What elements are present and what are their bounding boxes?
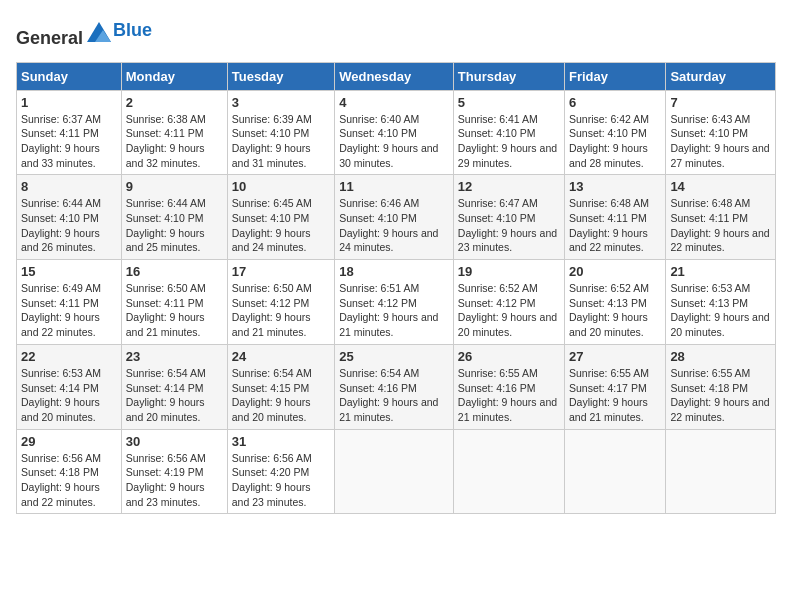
- calendar-cell: 27Sunrise: 6:55 AM Sunset: 4:17 PM Dayli…: [565, 344, 666, 429]
- calendar-cell: 14Sunrise: 6:48 AM Sunset: 4:11 PM Dayli…: [666, 175, 776, 260]
- calendar-cell: 12Sunrise: 6:47 AM Sunset: 4:10 PM Dayli…: [453, 175, 564, 260]
- logo-general: General: [16, 28, 83, 48]
- day-number: 13: [569, 179, 661, 194]
- day-info: Sunrise: 6:42 AM Sunset: 4:10 PM Dayligh…: [569, 112, 661, 171]
- calendar-cell: [453, 429, 564, 514]
- calendar-week-5: 29Sunrise: 6:56 AM Sunset: 4:18 PM Dayli…: [17, 429, 776, 514]
- day-info: Sunrise: 6:49 AM Sunset: 4:11 PM Dayligh…: [21, 281, 117, 340]
- day-number: 18: [339, 264, 449, 279]
- day-info: Sunrise: 6:41 AM Sunset: 4:10 PM Dayligh…: [458, 112, 560, 171]
- day-number: 1: [21, 95, 117, 110]
- logo-blue: Blue: [113, 20, 152, 40]
- calendar-cell: [335, 429, 454, 514]
- day-number: 2: [126, 95, 223, 110]
- calendar-cell: 19Sunrise: 6:52 AM Sunset: 4:12 PM Dayli…: [453, 260, 564, 345]
- calendar-cell: 7Sunrise: 6:43 AM Sunset: 4:10 PM Daylig…: [666, 90, 776, 175]
- calendar-week-3: 15Sunrise: 6:49 AM Sunset: 4:11 PM Dayli…: [17, 260, 776, 345]
- calendar-cell: 16Sunrise: 6:50 AM Sunset: 4:11 PM Dayli…: [121, 260, 227, 345]
- day-number: 24: [232, 349, 330, 364]
- day-info: Sunrise: 6:44 AM Sunset: 4:10 PM Dayligh…: [126, 196, 223, 255]
- calendar-week-4: 22Sunrise: 6:53 AM Sunset: 4:14 PM Dayli…: [17, 344, 776, 429]
- calendar-cell: 24Sunrise: 6:54 AM Sunset: 4:15 PM Dayli…: [227, 344, 334, 429]
- calendar-cell: 30Sunrise: 6:56 AM Sunset: 4:19 PM Dayli…: [121, 429, 227, 514]
- calendar-cell: [666, 429, 776, 514]
- calendar-cell: 15Sunrise: 6:49 AM Sunset: 4:11 PM Dayli…: [17, 260, 122, 345]
- weekday-header-friday: Friday: [565, 62, 666, 90]
- day-number: 23: [126, 349, 223, 364]
- day-number: 3: [232, 95, 330, 110]
- calendar-cell: 20Sunrise: 6:52 AM Sunset: 4:13 PM Dayli…: [565, 260, 666, 345]
- day-info: Sunrise: 6:47 AM Sunset: 4:10 PM Dayligh…: [458, 196, 560, 255]
- day-info: Sunrise: 6:45 AM Sunset: 4:10 PM Dayligh…: [232, 196, 330, 255]
- weekday-header-sunday: Sunday: [17, 62, 122, 90]
- day-number: 22: [21, 349, 117, 364]
- day-info: Sunrise: 6:40 AM Sunset: 4:10 PM Dayligh…: [339, 112, 449, 171]
- weekday-header-tuesday: Tuesday: [227, 62, 334, 90]
- calendar-week-2: 8Sunrise: 6:44 AM Sunset: 4:10 PM Daylig…: [17, 175, 776, 260]
- day-info: Sunrise: 6:55 AM Sunset: 4:18 PM Dayligh…: [670, 366, 771, 425]
- day-info: Sunrise: 6:51 AM Sunset: 4:12 PM Dayligh…: [339, 281, 449, 340]
- calendar-cell: 23Sunrise: 6:54 AM Sunset: 4:14 PM Dayli…: [121, 344, 227, 429]
- day-info: Sunrise: 6:48 AM Sunset: 4:11 PM Dayligh…: [569, 196, 661, 255]
- day-number: 10: [232, 179, 330, 194]
- day-number: 26: [458, 349, 560, 364]
- day-info: Sunrise: 6:53 AM Sunset: 4:13 PM Dayligh…: [670, 281, 771, 340]
- calendar-cell: 9Sunrise: 6:44 AM Sunset: 4:10 PM Daylig…: [121, 175, 227, 260]
- day-info: Sunrise: 6:54 AM Sunset: 4:15 PM Dayligh…: [232, 366, 330, 425]
- day-number: 20: [569, 264, 661, 279]
- calendar-cell: 21Sunrise: 6:53 AM Sunset: 4:13 PM Dayli…: [666, 260, 776, 345]
- day-number: 4: [339, 95, 449, 110]
- calendar-cell: 18Sunrise: 6:51 AM Sunset: 4:12 PM Dayli…: [335, 260, 454, 345]
- day-number: 6: [569, 95, 661, 110]
- day-number: 25: [339, 349, 449, 364]
- calendar-cell: 31Sunrise: 6:56 AM Sunset: 4:20 PM Dayli…: [227, 429, 334, 514]
- day-number: 9: [126, 179, 223, 194]
- calendar-cell: 17Sunrise: 6:50 AM Sunset: 4:12 PM Dayli…: [227, 260, 334, 345]
- day-info: Sunrise: 6:54 AM Sunset: 4:16 PM Dayligh…: [339, 366, 449, 425]
- calendar-table: SundayMondayTuesdayWednesdayThursdayFrid…: [16, 62, 776, 515]
- day-number: 30: [126, 434, 223, 449]
- day-info: Sunrise: 6:56 AM Sunset: 4:19 PM Dayligh…: [126, 451, 223, 510]
- calendar-cell: 10Sunrise: 6:45 AM Sunset: 4:10 PM Dayli…: [227, 175, 334, 260]
- calendar-cell: 29Sunrise: 6:56 AM Sunset: 4:18 PM Dayli…: [17, 429, 122, 514]
- logo-icon: [85, 16, 113, 44]
- day-info: Sunrise: 6:38 AM Sunset: 4:11 PM Dayligh…: [126, 112, 223, 171]
- day-number: 14: [670, 179, 771, 194]
- logo: General Blue: [16, 16, 152, 50]
- calendar-cell: 25Sunrise: 6:54 AM Sunset: 4:16 PM Dayli…: [335, 344, 454, 429]
- calendar-cell: 26Sunrise: 6:55 AM Sunset: 4:16 PM Dayli…: [453, 344, 564, 429]
- day-info: Sunrise: 6:43 AM Sunset: 4:10 PM Dayligh…: [670, 112, 771, 171]
- day-number: 11: [339, 179, 449, 194]
- calendar-cell: 11Sunrise: 6:46 AM Sunset: 4:10 PM Dayli…: [335, 175, 454, 260]
- day-info: Sunrise: 6:48 AM Sunset: 4:11 PM Dayligh…: [670, 196, 771, 255]
- day-number: 19: [458, 264, 560, 279]
- day-number: 31: [232, 434, 330, 449]
- day-info: Sunrise: 6:55 AM Sunset: 4:16 PM Dayligh…: [458, 366, 560, 425]
- day-info: Sunrise: 6:56 AM Sunset: 4:18 PM Dayligh…: [21, 451, 117, 510]
- calendar-cell: 8Sunrise: 6:44 AM Sunset: 4:10 PM Daylig…: [17, 175, 122, 260]
- day-number: 5: [458, 95, 560, 110]
- day-info: Sunrise: 6:50 AM Sunset: 4:12 PM Dayligh…: [232, 281, 330, 340]
- calendar-cell: 13Sunrise: 6:48 AM Sunset: 4:11 PM Dayli…: [565, 175, 666, 260]
- day-number: 12: [458, 179, 560, 194]
- day-info: Sunrise: 6:55 AM Sunset: 4:17 PM Dayligh…: [569, 366, 661, 425]
- day-info: Sunrise: 6:46 AM Sunset: 4:10 PM Dayligh…: [339, 196, 449, 255]
- day-number: 15: [21, 264, 117, 279]
- day-number: 7: [670, 95, 771, 110]
- calendar-cell: 22Sunrise: 6:53 AM Sunset: 4:14 PM Dayli…: [17, 344, 122, 429]
- weekday-header-wednesday: Wednesday: [335, 62, 454, 90]
- weekday-header-monday: Monday: [121, 62, 227, 90]
- calendar-cell: 5Sunrise: 6:41 AM Sunset: 4:10 PM Daylig…: [453, 90, 564, 175]
- day-info: Sunrise: 6:37 AM Sunset: 4:11 PM Dayligh…: [21, 112, 117, 171]
- calendar-cell: 1Sunrise: 6:37 AM Sunset: 4:11 PM Daylig…: [17, 90, 122, 175]
- day-info: Sunrise: 6:53 AM Sunset: 4:14 PM Dayligh…: [21, 366, 117, 425]
- day-number: 17: [232, 264, 330, 279]
- day-info: Sunrise: 6:54 AM Sunset: 4:14 PM Dayligh…: [126, 366, 223, 425]
- day-info: Sunrise: 6:44 AM Sunset: 4:10 PM Dayligh…: [21, 196, 117, 255]
- day-info: Sunrise: 6:50 AM Sunset: 4:11 PM Dayligh…: [126, 281, 223, 340]
- day-number: 28: [670, 349, 771, 364]
- day-info: Sunrise: 6:39 AM Sunset: 4:10 PM Dayligh…: [232, 112, 330, 171]
- weekday-header-thursday: Thursday: [453, 62, 564, 90]
- calendar-cell: 2Sunrise: 6:38 AM Sunset: 4:11 PM Daylig…: [121, 90, 227, 175]
- day-info: Sunrise: 6:52 AM Sunset: 4:13 PM Dayligh…: [569, 281, 661, 340]
